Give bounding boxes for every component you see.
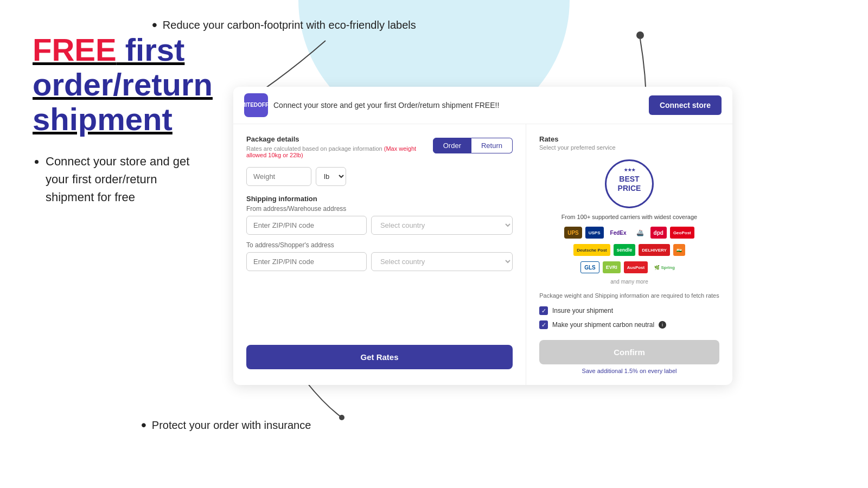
carrier-logos-row3: GLS EVRI AusPost 🌿 Spring — [539, 261, 719, 273]
left-panel: FREE first order/return shipment Connect… — [0, 0, 228, 488]
dhl-flag-logo: 🚢 — [633, 227, 647, 239]
ui-body: Package details Rates are calculated bas… — [233, 124, 732, 385]
connect-store-button[interactable]: Connect store — [649, 95, 722, 115]
weight-input[interactable] — [246, 167, 311, 186]
package-details-sub: Rates are calculated based on package in… — [246, 145, 433, 158]
deutsche-post-logo: Deutsche Post — [573, 244, 610, 256]
package-details-title: Package details — [246, 135, 433, 143]
carbon-neutral-row[interactable]: ✓ Make your shipment carbon neutral i — [539, 320, 719, 329]
rates-title: Rates — [539, 135, 719, 143]
gls-logo: GLS — [580, 261, 599, 273]
to-zip-input[interactable] — [246, 252, 367, 271]
package-details-section: Package details Rates are calculated bas… — [246, 135, 513, 186]
to-country-select[interactable]: Select country — [371, 252, 513, 271]
confirm-button[interactable]: Confirm — [539, 340, 719, 364]
from-address-label: From address/Warehouse address — [246, 205, 513, 213]
banner-left: LIMITEDOFFER Connect your store and get … — [244, 93, 499, 117]
to-address-row: To address/Shopper's address Select coun… — [246, 241, 513, 271]
return-toggle-btn[interactable]: Return — [471, 138, 513, 153]
form-panel: Package details Rates are calculated bas… — [233, 124, 526, 385]
carriers-text: From 100+ supported carriers with widest… — [539, 214, 719, 220]
save-text: Save additional 1.5% on every label — [539, 368, 719, 374]
carbon-checkbox[interactable]: ✓ — [539, 320, 548, 329]
rates-panel: Rates Select your preferred service BEST… — [526, 124, 732, 385]
evri-logo: EVRI — [603, 261, 621, 273]
usps-logo: USPS — [585, 227, 604, 239]
badge-line1: BEST — [619, 175, 639, 184]
badge-line2: PRICE — [618, 184, 641, 193]
delhivery-logo: DELHIVERY — [639, 244, 670, 256]
hero-title: FREE first order/return shipment — [33, 33, 206, 136]
shipping-info-title: Shipping information — [246, 195, 513, 203]
from-zip-input[interactable] — [246, 216, 367, 235]
carbon-info-icon[interactable]: i — [659, 321, 666, 329]
limited-offer-icon: LIMITEDOFFER — [244, 93, 268, 117]
order-toggle-btn[interactable]: Order — [433, 138, 471, 153]
insure-checkbox[interactable]: ✓ — [539, 306, 548, 315]
banner-text: Connect your store and get your first Or… — [273, 101, 499, 110]
best-price-badge: BEST PRICE — [605, 159, 654, 208]
to-address-inputs: Select country — [246, 252, 513, 271]
indiapost-logo: 🇮🇳 — [673, 244, 685, 256]
from-address-inputs: Select country — [246, 216, 513, 235]
list-item: Connect your store and get your first or… — [46, 152, 206, 206]
many-more-text: and many more — [539, 279, 719, 285]
ups-logo: UPS — [564, 227, 582, 239]
carbon-label: Make your shipment carbon neutral — [552, 321, 654, 329]
insure-shipment-row[interactable]: ✓ Insure your shipment — [539, 306, 719, 315]
from-country-select[interactable]: Select country — [371, 216, 513, 235]
order-return-toggle: Order Return — [433, 138, 513, 153]
dpd-logo: dpd — [650, 227, 667, 239]
carrier-logos-row1: UPS USPS FedEx 🚢 dpd GeoPost — [539, 227, 719, 239]
hero-free: FREE — [33, 32, 117, 67]
get-rates-button[interactable]: Get Rates — [246, 345, 513, 369]
fedex-logo: FedEx — [607, 227, 630, 239]
sendle-logo: sendle — [614, 244, 636, 256]
carrier-logos-row2: Deutsche Post sendle DELHIVERY 🇮🇳 — [539, 244, 719, 256]
shipping-info-section: Shipping information From address/Wareho… — [246, 195, 513, 271]
spring-logo: 🌿 Spring — [651, 261, 678, 273]
insure-label: Insure your shipment — [552, 307, 613, 314]
banner: LIMITEDOFFER Connect your store and get … — [233, 87, 732, 124]
main-ui-panel: LIMITEDOFFER Connect your store and get … — [233, 87, 732, 385]
weight-row: lb kg — [246, 167, 513, 186]
rates-subtitle: Select your preferred service — [539, 144, 719, 151]
auspost-logo: AusPost — [624, 261, 648, 273]
rates-info-text: Package weight and Shipping information … — [539, 292, 719, 299]
geopost-logo: GeoPost — [670, 227, 694, 239]
from-address-row: From address/Warehouse address Select co… — [246, 205, 513, 235]
left-bullet-list: Connect your store and get your first or… — [33, 152, 206, 206]
weight-unit-select[interactable]: lb kg — [316, 167, 346, 186]
to-address-label: To address/Shopper's address — [246, 241, 513, 249]
svg-point-0 — [339, 415, 344, 420]
svg-point-1 — [636, 31, 644, 39]
